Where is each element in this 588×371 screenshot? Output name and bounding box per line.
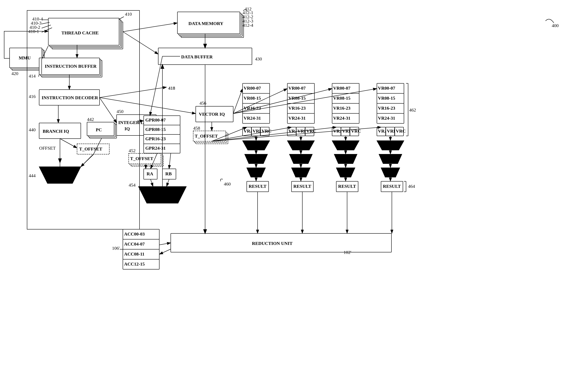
svg-line-197 (123, 32, 158, 54)
svg-text:VR24-31: VR24-31 (244, 115, 261, 121)
t-offset-vec-label: T_OFFSET (195, 133, 218, 139)
ra-label: RA (147, 171, 153, 176)
svg-text:MPY: MPY (386, 143, 396, 148)
label-444: 444 (29, 173, 36, 178)
branch-iq-label: BRANCH IQ (43, 129, 69, 134)
svg-text:CSA: CSA (341, 156, 351, 162)
svg-text:CPA: CPA (342, 170, 351, 175)
acc04-07: ACC04-07 (124, 241, 145, 247)
integer-ls-iq-label: INTEGER/LS (118, 120, 146, 125)
svg-text:VR24-31: VR24-31 (288, 115, 306, 121)
data-buffer-label: DATA BUFFER (181, 54, 213, 59)
label-452: 452 (129, 148, 136, 153)
label-454: 454 (129, 182, 136, 188)
t-offset-branch-label: T_OFFSET (79, 146, 103, 152)
label-462: 462 (409, 107, 416, 113)
svg-text:RESULT: RESULT (249, 184, 266, 189)
svg-line-170 (212, 127, 336, 141)
svg-line-159 (169, 153, 171, 169)
svg-text:VR08-15: VR08-15 (333, 96, 350, 101)
svg-text:VR16-23: VR16-23 (288, 106, 306, 111)
label-456: 456 (200, 100, 206, 106)
data-memory-label: DATA MEMORY (189, 21, 223, 26)
svg-line-150 (100, 98, 196, 114)
alu-label: ALU (155, 192, 165, 197)
svg-text:VR08-15: VR08-15 (244, 96, 261, 101)
svg-text:VR24-31: VR24-31 (378, 115, 395, 121)
rb-label: RB (165, 171, 172, 176)
svg-line-145 (123, 23, 177, 32)
svg-line-161 (167, 179, 169, 186)
label-440: 440 (29, 127, 36, 132)
integer-ls-iq-label2: IQ (125, 126, 130, 131)
svg-text:VR00-07: VR00-07 (288, 86, 306, 91)
ref-400: 400 (552, 23, 559, 28)
svg-line-160 (150, 179, 153, 186)
svg-text:RESULT: RESULT (338, 184, 356, 189)
svg-text:VR00-07: VR00-07 (378, 86, 395, 91)
svg-text:VR00-07: VR00-07 (244, 86, 261, 91)
offset-label: OFFSET (39, 145, 56, 151)
acc00-03: ACC00-03 (124, 231, 145, 237)
label-460: 460 (224, 181, 231, 186)
svg-text:VR08-15: VR08-15 (378, 96, 395, 101)
svg-line-149 (100, 98, 117, 123)
diagram-container: 400 MMU 420 THREAD CACHE 410-4 410-3 410… (0, 0, 588, 371)
label-418b: 418 (168, 86, 175, 91)
gpr24-31: GPR24-31 (145, 145, 166, 151)
label-442: 442 (87, 117, 94, 122)
gpr16-23: GPR16-23 (145, 136, 166, 141)
pc-label: PC (96, 127, 102, 132)
reduction-unit-label: REDUCTION UNIT (252, 241, 293, 246)
svg-text:RESULT: RESULT (293, 184, 311, 189)
svg-text:CPA: CPA (387, 170, 396, 175)
svg-line-192 (159, 243, 171, 245)
acc12-15: ACC12-15 (124, 261, 145, 267)
mmu-label: MMU (19, 55, 31, 60)
svg-text:MPY: MPY (252, 143, 262, 148)
svg-line-199 (150, 56, 162, 116)
svg-text:MPY: MPY (296, 143, 307, 148)
cpa-branch-label: CPA (51, 172, 60, 178)
svg-text:VRC: VRC (396, 128, 406, 134)
svg-text:VR00-07: VR00-07 (333, 86, 350, 91)
svg-line-151 (60, 139, 77, 148)
acc08-11: ACC08-11 (124, 251, 145, 257)
svg-line-201 (100, 87, 167, 98)
label-412-4: 412-4 (242, 22, 253, 28)
gpr08-15: GPR08-15 (145, 127, 166, 132)
svg-line-156 (81, 155, 93, 167)
svg-text:VR24-31: VR24-31 (333, 115, 350, 121)
svg-line-20 (39, 75, 39, 77)
svg-text:CSA: CSA (252, 156, 261, 162)
label-102: 102' (344, 250, 351, 255)
label-416: 416 (29, 94, 36, 99)
svg-line-193 (159, 249, 171, 254)
svg-text:CSA: CSA (386, 156, 395, 162)
svg-text:CSA: CSA (297, 156, 306, 162)
instr-buffer-label: INSTRUCTION BUFFER (45, 64, 97, 69)
label-410: 410 (125, 11, 132, 17)
svg-text:VR16-23: VR16-23 (244, 106, 261, 111)
label-430: 430 (255, 56, 262, 62)
svg-text:VR16-23: VR16-23 (333, 106, 350, 111)
svg-text:VR16-23: VR16-23 (378, 106, 395, 111)
mmu-id: 420 (11, 71, 18, 76)
svg-text:CPA: CPA (297, 170, 306, 175)
label-414: 414 (29, 73, 36, 79)
vector-iq-label: VECTOR IQ (199, 111, 225, 117)
gpr00-07: GPR00-07 (145, 117, 166, 122)
svg-text:RESULT: RESULT (383, 184, 401, 189)
instr-decoder-label: INSTRUCTION DECODER (42, 95, 98, 100)
t-offset-int-label: T_OFFSET (130, 156, 153, 161)
label-106: 106' (112, 246, 120, 251)
label-458: 458 (193, 125, 200, 131)
svg-line-11 (119, 17, 124, 19)
svg-text:VR08-15: VR08-15 (288, 96, 306, 101)
svg-text:CPA: CPA (252, 170, 262, 175)
label-450: 450 (117, 109, 124, 114)
svg-text:MPY: MPY (341, 143, 351, 148)
thread-cache-label: THREAD CACHE (62, 30, 99, 35)
label-464: 464 (408, 184, 415, 189)
